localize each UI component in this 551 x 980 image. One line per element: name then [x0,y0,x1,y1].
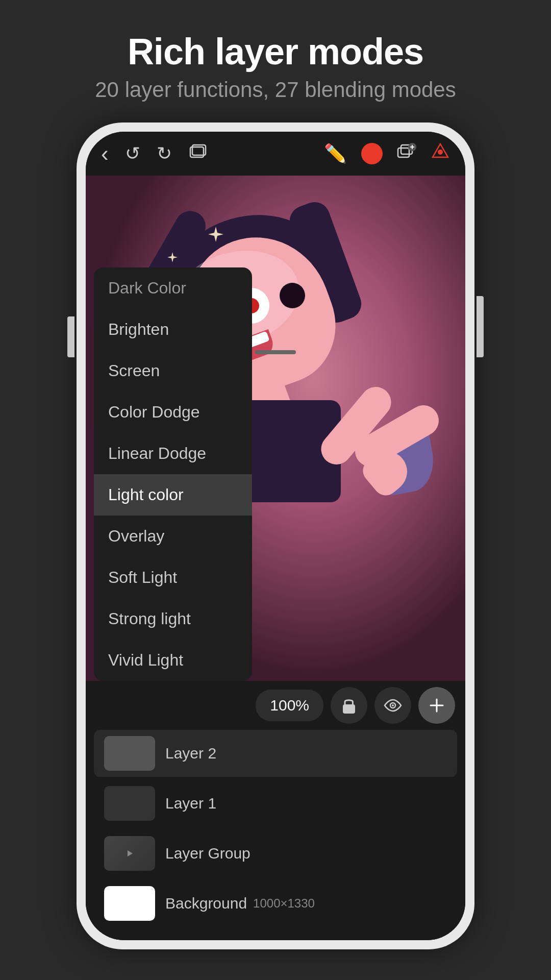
background-thumb [104,886,155,921]
toolbar-right: ✏️ [324,142,450,165]
layer-group-thumb [104,836,155,871]
record-button[interactable] [361,143,383,164]
phone-screen: ‹ ↺ ↻ ✏️ [86,132,465,940]
background-name: Background [165,895,247,912]
undo-icon[interactable]: ↺ [125,143,140,164]
opacity-button[interactable]: 100% [256,690,323,721]
transform-icon[interactable] [431,142,450,165]
brush-icon[interactable]: ✏️ [324,143,347,164]
blend-item-vivid-light[interactable]: Vivid Light [94,640,252,681]
toolbar-left: ‹ ↺ ↻ [101,141,208,166]
blend-item-light-color[interactable]: Light color [94,474,252,516]
blend-item-dark-color[interactable]: Dark Color [94,267,252,309]
layer-row-active[interactable]: Layer 2 [94,730,457,777]
layer-1-name: Layer 1 [165,795,216,812]
redo-icon[interactable]: ↻ [157,143,172,164]
blend-item-soft-light[interactable]: Soft Light [94,557,252,598]
blend-item-brighten[interactable]: Brighten [94,309,252,350]
layer-row-group[interactable]: Layer Group [94,830,457,877]
svg-marker-14 [128,850,133,856]
add-layer-button[interactable] [418,687,455,724]
phone-frame: ‹ ↺ ↻ ✏️ [77,122,474,949]
layer-2-thumb [104,736,155,771]
lock-button[interactable] [331,687,367,724]
scroll-handle[interactable] [255,350,296,354]
svg-rect-9 [343,704,355,714]
toolbar: ‹ ↺ ↻ ✏️ [86,132,465,176]
page-title: Rich layer modes [95,31,456,72]
background-size: 1000×1330 [253,896,315,911]
svg-rect-2 [398,148,409,157]
layer-group-name: Layer Group [165,845,251,862]
phone-volume-button [67,316,74,357]
svg-point-8 [438,150,443,155]
layer-row-bg[interactable]: Background 1000×1330 [94,880,457,927]
page-header: Rich layer modes 20 layer functions, 27 … [95,0,456,102]
layers-icon[interactable] [188,142,208,165]
add-layer-icon[interactable] [397,142,416,165]
eye-button[interactable] [374,687,411,724]
layer-1-thumb [104,786,155,821]
blend-item-color-dodge[interactable]: Color Dodge [94,391,252,433]
blend-mode-popup: Dark Color Brighten Screen Color Dodge L… [94,267,252,681]
blend-item-screen[interactable]: Screen [94,350,252,391]
page-subtitle: 20 layer functions, 27 blending modes [95,78,456,102]
phone-power-button [477,296,484,357]
blend-item-linear-dodge[interactable]: Linear Dodge [94,433,252,474]
blend-mode-list: Dark Color Brighten Screen Color Dodge L… [94,267,252,681]
layer-2-name: Layer 2 [165,745,216,762]
blend-item-overlay[interactable]: Overlay [94,516,252,557]
canvas-area: Dark Color Brighten Screen Color Dodge L… [86,176,465,681]
back-icon[interactable]: ‹ [101,141,109,166]
char-eye2 [280,283,305,308]
layer-row-1[interactable]: Layer 1 [94,780,457,827]
blend-item-strong-light[interactable]: Strong light [94,598,252,640]
layers-panel: Layer 2 Layer 1 Layer Group [86,730,465,940]
layer-controls: 100% [86,681,465,730]
svg-point-11 [392,704,394,706]
